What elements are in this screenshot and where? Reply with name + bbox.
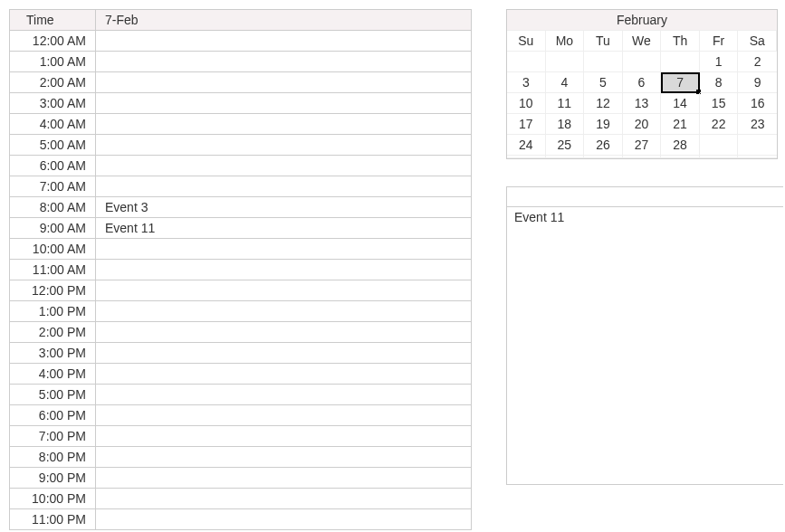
schedule-row[interactable]: 5:00 AM (10, 135, 471, 156)
schedule-row[interactable]: 3:00 AM (10, 93, 471, 114)
schedule-time-cell[interactable]: 2:00 PM (10, 322, 96, 342)
schedule-event-cell[interactable]: Event 3 (96, 197, 471, 217)
schedule-time-cell[interactable]: 3:00 AM (10, 93, 96, 113)
calendar-day-cell[interactable]: 23 (738, 114, 777, 135)
schedule-row[interactable]: 1:00 PM (10, 301, 471, 322)
schedule-row[interactable]: 10:00 PM (10, 489, 471, 509)
schedule-row[interactable]: 11:00 AM (10, 260, 471, 280)
calendar-day-cell[interactable]: 6 (623, 72, 662, 93)
calendar-day-cell[interactable]: 19 (584, 114, 623, 135)
calendar-day-cell[interactable]: 1 (700, 52, 739, 72)
schedule-event-cell[interactable] (96, 405, 471, 425)
calendar-day-cell[interactable]: 13 (623, 93, 662, 114)
schedule-event-cell[interactable] (96, 426, 471, 446)
schedule-event-cell[interactable] (96, 322, 471, 342)
schedule-event-cell[interactable] (96, 114, 471, 134)
schedule-time-cell[interactable]: 12:00 PM (10, 280, 96, 300)
calendar-day-cell[interactable]: 15 (700, 93, 739, 114)
schedule-time-cell[interactable]: 3:00 PM (10, 343, 96, 363)
schedule-time-cell[interactable]: 10:00 AM (10, 239, 96, 259)
calendar-day-cell[interactable]: 11 (546, 93, 585, 114)
schedule-event-cell[interactable] (96, 260, 471, 280)
calendar-day-cell[interactable]: 16 (738, 93, 777, 114)
schedule-row[interactable]: 3:00 PM (10, 343, 471, 364)
calendar-day-cell[interactable]: 27 (623, 135, 662, 156)
calendar-day-cell[interactable]: 10 (507, 93, 546, 114)
schedule-time-cell[interactable]: 9:00 PM (10, 468, 96, 488)
calendar-day-cell[interactable]: 2 (738, 52, 777, 72)
schedule-event-cell[interactable] (96, 135, 471, 155)
calendar-day-cell[interactable]: 3 (507, 72, 546, 93)
schedule-time-cell[interactable]: 12:00 AM (10, 31, 96, 51)
schedule-row[interactable]: 7:00 AM (10, 176, 471, 197)
calendar-day-cell[interactable]: 17 (507, 114, 546, 135)
schedule-time-cell[interactable]: 11:00 AM (10, 260, 96, 280)
schedule-row[interactable]: 7:00 PM (10, 426, 471, 447)
schedule-time-cell[interactable]: 10:00 PM (10, 489, 96, 508)
schedule-time-cell[interactable]: 11:00 PM (10, 509, 96, 529)
calendar-day-cell[interactable]: 8 (700, 72, 739, 93)
schedule-event-cell[interactable] (96, 489, 471, 508)
schedule-row[interactable]: 6:00 AM (10, 156, 471, 176)
schedule-time-cell[interactable]: 8:00 AM (10, 197, 96, 217)
schedule-event-cell[interactable] (96, 176, 471, 196)
schedule-row[interactable]: 10:00 AM (10, 239, 471, 260)
schedule-time-cell[interactable]: 6:00 AM (10, 156, 96, 176)
schedule-event-cell[interactable] (96, 364, 471, 384)
schedule-time-cell[interactable]: 4:00 AM (10, 114, 96, 134)
schedule-row[interactable]: 9:00 PM (10, 468, 471, 489)
calendar-day-cell[interactable]: 21 (661, 114, 700, 135)
schedule-row[interactable]: 2:00 AM (10, 72, 471, 93)
calendar-day-cell[interactable]: 18 (546, 114, 585, 135)
schedule-time-cell[interactable]: 1:00 PM (10, 301, 96, 321)
schedule-time-cell[interactable]: 7:00 PM (10, 426, 96, 446)
calendar-day-cell[interactable]: 5 (584, 72, 623, 93)
calendar-day-cell[interactable]: 22 (700, 114, 739, 135)
schedule-row[interactable]: 11:00 PM (10, 509, 471, 529)
schedule-time-cell[interactable]: 2:00 AM (10, 72, 96, 92)
schedule-row[interactable]: 9:00 AMEvent 11 (10, 218, 471, 239)
schedule-time-cell[interactable]: 1:00 AM (10, 52, 96, 71)
schedule-row[interactable]: 12:00 AM (10, 31, 471, 52)
calendar-day-cell[interactable]: 14 (661, 93, 700, 114)
calendar-day-cell[interactable]: 9 (738, 72, 777, 93)
schedule-event-cell[interactable]: Event 11 (96, 218, 471, 238)
calendar-day-cell[interactable]: 24 (507, 135, 546, 156)
schedule-event-cell[interactable] (96, 509, 471, 529)
schedule-event-cell[interactable] (96, 447, 471, 467)
schedule-row[interactable]: 6:00 PM (10, 405, 471, 426)
schedule-event-cell[interactable] (96, 72, 471, 92)
schedule-row[interactable]: 5:00 PM (10, 385, 471, 405)
schedule-row[interactable]: 1:00 AM (10, 52, 471, 72)
schedule-row[interactable]: 2:00 PM (10, 322, 471, 343)
schedule-event-cell[interactable] (96, 301, 471, 321)
schedule-time-cell[interactable]: 5:00 PM (10, 385, 96, 404)
schedule-time-cell[interactable]: 9:00 AM (10, 218, 96, 238)
calendar-day-cell[interactable]: 7 (661, 72, 700, 93)
schedule-event-cell[interactable] (96, 52, 471, 71)
schedule-event-cell[interactable] (96, 343, 471, 363)
calendar-day-cell[interactable]: 25 (546, 135, 585, 156)
calendar-day-cell[interactable]: 20 (623, 114, 662, 135)
schedule-row[interactable]: 12:00 PM (10, 280, 471, 301)
calendar-day-cell[interactable]: 4 (546, 72, 585, 93)
schedule-time-cell[interactable]: 6:00 PM (10, 405, 96, 425)
schedule-event-cell[interactable] (96, 93, 471, 113)
calendar-day-cell[interactable]: 26 (584, 135, 623, 156)
schedule-event-cell[interactable] (96, 468, 471, 488)
schedule-event-cell[interactable] (96, 385, 471, 404)
calendar-day-cell[interactable]: 28 (661, 135, 700, 156)
calendar-day-cell[interactable]: 12 (584, 93, 623, 114)
schedule-event-cell[interactable] (96, 280, 471, 300)
schedule-row[interactable]: 4:00 PM (10, 364, 471, 385)
schedule-time-cell[interactable]: 5:00 AM (10, 135, 96, 155)
schedule-event-cell[interactable] (96, 31, 471, 51)
detail-text[interactable]: Event 11 (507, 207, 783, 227)
schedule-row[interactable]: 8:00 PM (10, 447, 471, 468)
schedule-row[interactable]: 4:00 AM (10, 114, 471, 135)
schedule-event-cell[interactable] (96, 156, 471, 176)
schedule-row[interactable]: 8:00 AMEvent 3 (10, 197, 471, 218)
schedule-time-cell[interactable]: 7:00 AM (10, 176, 96, 196)
schedule-time-cell[interactable]: 4:00 PM (10, 364, 96, 384)
schedule-time-cell[interactable]: 8:00 PM (10, 447, 96, 467)
